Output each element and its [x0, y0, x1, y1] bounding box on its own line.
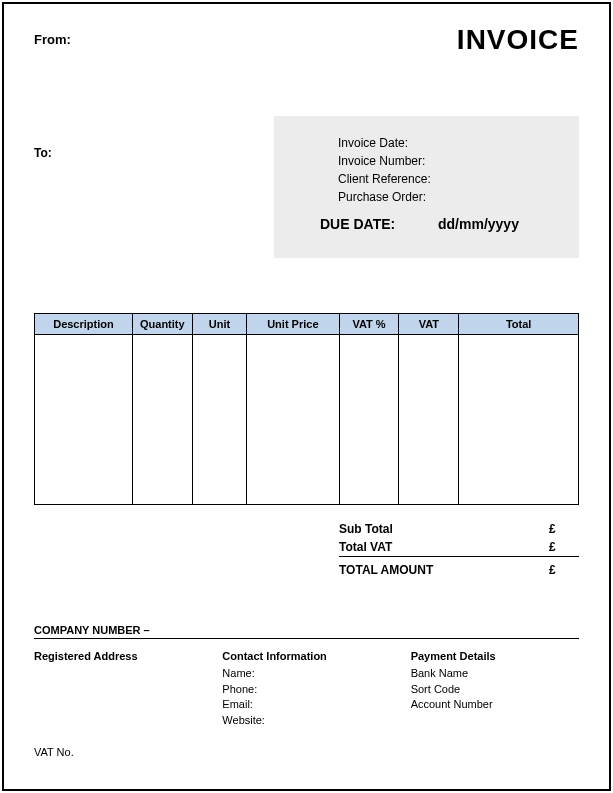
- company-number-label: COMPANY NUMBER –: [34, 624, 579, 639]
- sub-total-currency: £: [549, 522, 579, 536]
- sort-code-label: Sort Code: [411, 682, 579, 697]
- invoice-number-label: Invoice Number:: [298, 154, 438, 168]
- sub-total-label: Sub Total: [339, 522, 549, 536]
- invoice-date-label: Invoice Date:: [298, 136, 438, 150]
- footer-columns: Registered Address Contact Information N…: [34, 649, 579, 728]
- client-reference-label: Client Reference:: [298, 172, 438, 186]
- purchase-order-label: Purchase Order:: [298, 190, 438, 204]
- cell-unit-price: [247, 335, 339, 505]
- purchase-order-value: [438, 190, 555, 204]
- due-date-row: DUE DATE: dd/mm/yyyy: [298, 216, 555, 232]
- invoice-date-value: [438, 136, 555, 150]
- to-label: To:: [34, 146, 254, 160]
- cell-quantity: [132, 335, 192, 505]
- sub-total-row: Sub Total £: [339, 520, 579, 538]
- col-unit: Unit: [192, 314, 246, 335]
- total-vat-currency: £: [549, 540, 579, 554]
- contact-website-label: Website:: [222, 713, 390, 728]
- invoice-number-row: Invoice Number:: [298, 154, 555, 168]
- col-vat-percent: VAT %: [339, 314, 399, 335]
- due-date-value: dd/mm/yyyy: [438, 216, 555, 232]
- client-reference-row: Client Reference:: [298, 172, 555, 186]
- invoice-meta-box: Invoice Date: Invoice Number: Client Ref…: [274, 116, 579, 258]
- total-amount-currency: £: [549, 563, 579, 577]
- account-number-label: Account Number: [411, 697, 579, 712]
- company-section: COMPANY NUMBER – Registered Address Cont…: [34, 624, 579, 758]
- totals-section: Sub Total £ Total VAT £ TOTAL AMOUNT £: [339, 520, 579, 579]
- total-vat-row: Total VAT £: [339, 538, 579, 557]
- payment-details-col: Payment Details Bank Name Sort Code Acco…: [411, 649, 579, 728]
- invoice-page: From: INVOICE To: Invoice Date: Invoice …: [2, 2, 611, 791]
- table-row: [35, 335, 579, 505]
- col-unit-price: Unit Price: [247, 314, 339, 335]
- cell-vat-percent: [339, 335, 399, 505]
- due-date-label: DUE DATE:: [298, 216, 438, 232]
- contact-name-label: Name:: [222, 666, 390, 681]
- invoice-number-value: [438, 154, 555, 168]
- registered-address-col: Registered Address: [34, 649, 202, 728]
- header-row: From: INVOICE: [34, 24, 579, 56]
- contact-info-col: Contact Information Name: Phone: Email: …: [222, 649, 390, 728]
- client-reference-value: [438, 172, 555, 186]
- purchase-order-row: Purchase Order:: [298, 190, 555, 204]
- invoice-date-row: Invoice Date:: [298, 136, 555, 150]
- registered-address-title: Registered Address: [34, 649, 202, 664]
- col-description: Description: [35, 314, 133, 335]
- bank-name-label: Bank Name: [411, 666, 579, 681]
- col-quantity: Quantity: [132, 314, 192, 335]
- cell-unit: [192, 335, 246, 505]
- payment-title: Payment Details: [411, 649, 579, 664]
- mid-section: To: Invoice Date: Invoice Number: Client…: [34, 116, 579, 258]
- vat-no-label: VAT No.: [34, 746, 579, 758]
- col-total: Total: [459, 314, 579, 335]
- table-header-row: Description Quantity Unit Unit Price VAT…: [35, 314, 579, 335]
- from-label: From:: [34, 32, 71, 47]
- invoice-title: INVOICE: [457, 24, 579, 56]
- contact-phone-label: Phone:: [222, 682, 390, 697]
- total-amount-row: TOTAL AMOUNT £: [339, 561, 579, 579]
- contact-email-label: Email:: [222, 697, 390, 712]
- cell-description: [35, 335, 133, 505]
- contact-title: Contact Information: [222, 649, 390, 664]
- items-table: Description Quantity Unit Unit Price VAT…: [34, 313, 579, 505]
- cell-vat: [399, 335, 459, 505]
- col-vat: VAT: [399, 314, 459, 335]
- to-column: To:: [34, 116, 254, 258]
- total-vat-label: Total VAT: [339, 540, 549, 554]
- cell-total: [459, 335, 579, 505]
- total-amount-label: TOTAL AMOUNT: [339, 563, 549, 577]
